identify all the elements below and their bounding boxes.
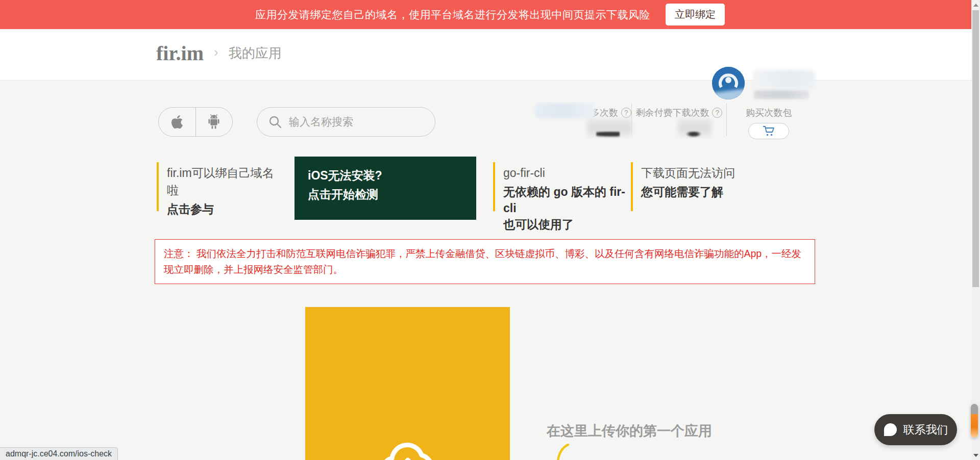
- help-icon[interactable]: ?: [712, 108, 722, 118]
- stat-paid-label-text: 剩余付费下载次数: [635, 107, 709, 119]
- banner-message: 应用分发请绑定您自己的域名，使用平台域名进行分发将出现中间页提示下载风险: [255, 8, 650, 22]
- platform-filter-apple[interactable]: [159, 108, 196, 136]
- link-preview-statusbar: admqr-jc.ce04.com/ios-check: [0, 447, 118, 460]
- notification-banner: 应用分发请绑定您自己的域名，使用平台域名进行分发将出现中间页提示下载风险 立即绑…: [0, 0, 980, 29]
- redacted-stat-value-fragment: [685, 132, 702, 138]
- buy-pack-button[interactable]: [748, 123, 789, 139]
- redacted-stat-label-blur: [535, 103, 595, 118]
- promo-card-subtitle: 您可能需要了解: [641, 184, 774, 200]
- promo-card-go-fir-cli[interactable]: go-fir-cli 无依赖的 go 版本的 fir-cli 也可以使用了: [493, 162, 636, 211]
- header: fir.im › 我的应用: [0, 29, 980, 81]
- upload-dropzone[interactable]: [305, 307, 510, 460]
- help-icon[interactable]: ?: [621, 108, 631, 118]
- stat-buy-pack: 购买次数包: [727, 102, 811, 139]
- promo-card-title: fir.im可以绑自己域名啦: [167, 164, 284, 199]
- link-preview-url: admqr-jc.ce04.com/ios-check: [6, 449, 112, 458]
- search-box: [257, 107, 435, 137]
- promo-card-ios-check[interactable]: iOS无法安装? 点击开始检测: [295, 157, 476, 220]
- stat-paid-downloads: 剩余付费下载次数 ?: [632, 102, 727, 139]
- platform-filter: [158, 107, 233, 137]
- breadcrumb-my-apps: 我的应用: [229, 44, 282, 62]
- promo-card-title: iOS无法安装?: [308, 167, 476, 184]
- apple-icon: [170, 114, 184, 130]
- anti-fraud-notice: 注意： 我们依法全力打击和防范互联网电信诈骗犯罪，严禁上传金融借贷、区块链虚拟币…: [155, 239, 815, 284]
- chevron-right-icon: ›: [214, 44, 218, 60]
- stat-paid-label: 剩余付费下载次数 ?: [632, 107, 727, 119]
- scroll-down-arrow[interactable]: [971, 451, 980, 459]
- promo-card-subtitle: 点击参与: [167, 201, 284, 217]
- cloud-upload-icon: [377, 431, 438, 460]
- promo-card-subtitle: 无依赖的 go 版本的 fir-cli 也可以使用了: [503, 184, 636, 233]
- buy-pack-label-text: 购买次数包: [746, 107, 792, 119]
- breadcrumb: fir.im › 我的应用: [156, 41, 282, 65]
- redacted-user-subtext: [754, 90, 809, 99]
- redacted-username: [753, 70, 815, 88]
- redacted-stat-value-fragment: [596, 132, 620, 138]
- vertical-scrollbar[interactable]: [971, 0, 980, 460]
- user-avatar[interactable]: [712, 67, 745, 99]
- bind-domain-button[interactable]: 立即绑定: [666, 4, 725, 25]
- contact-us-button[interactable]: 联系我们: [874, 414, 957, 445]
- cart-icon: [763, 125, 775, 137]
- promo-card-title: go-fir-cli: [503, 164, 636, 182]
- chat-bubble-icon: [884, 423, 897, 437]
- quota-stats: 更多次数 ? 剩余付费下载次数 ? 购买次数包: [531, 102, 811, 139]
- scrollbar-thumb[interactable]: [972, 10, 979, 287]
- side-widget-cap: [971, 404, 978, 414]
- contact-us-label: 联系我们: [903, 422, 948, 438]
- user-menu[interactable]: [712, 66, 822, 103]
- android-icon: [207, 114, 221, 130]
- hand-drawn-arrow: [554, 444, 572, 460]
- stat-quota: 更多次数 ?: [531, 102, 631, 139]
- platform-filter-android[interactable]: [196, 108, 233, 136]
- side-floating-widget[interactable]: [971, 404, 978, 438]
- search-icon: [268, 115, 282, 129]
- search-input[interactable]: [289, 116, 411, 128]
- triangle-up-icon: [973, 4, 978, 7]
- promo-card-download-page[interactable]: 下载页面无法访问 您可能需要了解: [631, 162, 774, 211]
- buy-pack-label: 购买次数包: [727, 107, 811, 119]
- first-app-hint: 在这里上传你的第一个应用: [547, 422, 712, 440]
- anti-fraud-notice-text: 注意： 我们依法全力打击和防范互联网电信诈骗犯罪，严禁上传金融借贷、区块链虚拟币…: [164, 246, 806, 277]
- promo-card-subtitle: 点击开始检测: [308, 186, 476, 202]
- firim-logo[interactable]: fir.im: [156, 41, 204, 65]
- scroll-up-arrow[interactable]: [971, 1, 980, 9]
- promo-cards-row: fir.im可以绑自己域名啦 点击参与 iOS无法安装? 点击开始检测 go-f…: [0, 157, 980, 220]
- promo-card-bind-domain[interactable]: fir.im可以绑自己域名啦 点击参与: [157, 162, 284, 211]
- triangle-down-icon: [973, 454, 978, 457]
- side-widget-body: [971, 414, 978, 438]
- promo-card-title: 下载页面无法访问: [641, 164, 774, 182]
